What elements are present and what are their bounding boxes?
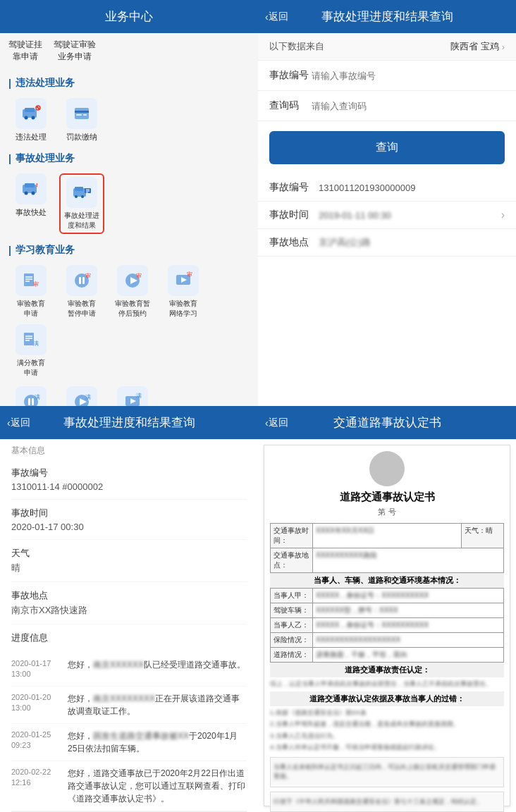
accident-quick-icon-box: ! [16,173,47,204]
progress-section: 2020-01-1713:00 您好，南京XXXXXX队已经受理道路交通事故。 … [11,653,247,811]
accident-time-detail-label: 事故时间 [11,507,247,519]
cert-basis-text2: 2.当事人甲驾车超速，违反交通法规，是造成本次事故的直接原因。 [270,720,504,730]
icon-item-review-edu-pause[interactable]: 审 审验教育暂停申请 [59,265,104,319]
svg-rect-44 [28,398,30,405]
result-accident-time-label: 事故时间 [269,209,319,221]
cert-rights-text: 当事人在未收到本认定书之日起三日内，可以向上级公安机关交通管理部门申请复核。 [274,763,500,782]
cert-stamp-seal [369,451,405,486]
place-detail-value: 南京市XX路快速路 [11,604,247,617]
certificate-document: 道路交通事故认定书 第 号 交通事故时间： XXXX年XX月XX日 天气：晴 交… [264,445,510,806]
query-code-input[interactable] [312,101,505,111]
svg-point-17 [75,195,78,198]
fine-payment-icon [72,104,92,123]
full-score-resume-icon-box: 满 [66,386,97,406]
icon-item-accident-progress[interactable]: 事故处理进度和结果 [59,173,104,234]
cert-conclusion-section-title: 道路交通事故责任认定： [270,663,504,677]
svg-text:满: 满 [85,394,91,400]
progress-item-0: 2020-01-1713:00 您好，南京XXXXXX队已经受理道路交通事故。 [11,653,247,687]
icon-item-full-score-online[interactable]: 满 满分教育网络学习 [110,386,155,406]
full-score-online-icon: 满 [123,392,142,406]
panel2-back-button[interactable]: ‹ 返回 [265,11,288,23]
section-violation-title: 违法处理业务 [8,71,250,94]
svg-text:满: 满 [136,393,142,399]
education-icon-row1: 审 审验教育申请 审 审验教育暂停申请 [8,261,250,382]
review-edu-online-label: 审验教育网络学习 [169,299,197,319]
review-edu-online-icon: 审 [173,271,193,290]
progress-time-1: 2020-01-2013:00 [11,692,68,718]
panel3-back-button[interactable]: ‹ 返回 [7,417,30,429]
top-item-license-review[interactable]: 驾驶证审验 业务申请 [54,39,96,63]
accident-query-panel-bottom: ‹ 返回 事故处理进度和结果查询 基本信息 事故编号 1310011·14 #0… [0,406,258,812]
cert-weather-label: 天气：晴 [462,524,504,548]
cert-basis-text3: 3.当事人乙无违法行为。 [270,732,504,742]
svg-text:审: 审 [187,271,192,278]
accident-quick-icon: ! [21,179,41,199]
svg-point-13 [32,191,35,195]
icon-item-review-edu[interactable]: 审 审验教育申请 [8,265,54,319]
traffic-accident-cert-panel: ‹ 返回 交通道路事故认定书 道路交通事故认定书 第 号 交通事故时间： XXX… [258,406,516,812]
icon-item-full-score-resume[interactable]: 满 满分教育暂停后预约 [59,386,104,406]
result-accident-place-label: 事故地点 [269,236,319,249]
icon-item-accident-quick[interactable]: ! 事故快处 [8,173,54,234]
accident-no-input[interactable] [312,70,505,81]
cert-appeal-section: 行使于《中华人民共和国道路交通安全法》第七十三条之规定，特此认定。 [270,792,504,813]
full-score-edu-icon-box: 满 [16,324,47,355]
panel1-title: 业务中心 [105,8,153,25]
location-chevron-icon: › [502,42,505,52]
review-edu-icon: 审 [21,271,41,290]
cert-car1-value: XXXXXX型，牌号：XXXX [313,603,504,618]
icon-item-fine-payment[interactable]: 罚款缴纳 [59,98,104,142]
icon-item-review-edu-online[interactable]: 审 审验教育网络学习 [161,265,206,319]
cert-basis-text4: 4.当事人对本认定书不服，可依法申请复核或提起行政诉讼。 [270,743,504,753]
panel4-back-button[interactable]: ‹ 返回 [265,417,288,429]
accident-progress-icon-box [66,177,97,208]
accident-time-detail-value: 2020-01-17 00:30 [11,522,247,532]
progress-text-3: 您好，道路交通事故已于2020年2月22日作出道路交通事故认定，您可以通过互联网… [68,767,247,805]
accident-no-detail-label: 事故编号 [11,467,247,479]
location-info: 陕西省 宝鸡 › [450,40,505,53]
cert-place-value: XXXXXXXXXX路段 [313,548,504,573]
panel3-content: 基本信息 事故编号 1310011·14 #0000002 事故时间 2020-… [0,439,258,812]
panel4-title: 交通道路事故认定书 [333,414,441,431]
cert-main-title: 道路交通事故认定书 [270,491,504,504]
cert-basic-info-table: 交通事故时间： XXXX年XX月XX日 天气：晴 交通事故地点： XXXXXXX… [270,523,504,573]
progress-text-0: 您好，南京XXXXXX队已经受理道路交通事故。 [68,658,247,680]
section-education-title: 学习教育业务 [8,238,250,261]
icon-item-full-score-edu[interactable]: 满 满分教育申请 [8,324,54,378]
violation-handle-icon-box [16,98,47,129]
icon-item-full-score-pause[interactable]: 满 满分教育暂停申请 [8,386,54,406]
cert-conclusion-text: 综上，认定当事人甲承担此次事故的全部责任，当事人乙不承担此次事故责任。 [270,679,504,689]
result-accident-time-row[interactable]: 事故时间 2019-01-11 00:30 › [258,202,516,229]
fine-payment-label: 罚款缴纳 [66,132,97,142]
progress-item-1: 2020-01-2013:00 您好，南京XXXXXXXX正在开展该道路交通事故… [11,687,247,724]
accident-time-detail-row: 事故时间 2020-01-17 00:30 [11,500,247,540]
accident-no-detail-value: 1310011·14 #0000002 [11,481,247,492]
review-edu-icon-box: 审 [16,265,47,296]
cert-time-value: XXXX年XX月XX日 [313,524,462,548]
svg-text:审: 审 [85,273,91,279]
cert-sub-title: 第 号 [270,507,504,517]
icon-item-violation-handle[interactable]: 违法处理 [8,98,54,142]
panel2-header: ‹ 返回 事故处理进度和结果查询 [258,0,516,33]
progress-item-2: 2020-01-2509:23 您好，因发生道路交通事故被XX于2020年1月2… [11,724,247,761]
svg-line-4 [37,106,39,109]
cert-party2-label: 当事人乙： [271,618,313,633]
svg-rect-8 [76,114,82,116]
icon-item-review-edu-resume[interactable]: 审 审验教育暂停后预约 [110,265,155,319]
query-button[interactable]: 查询 [269,131,505,164]
result-accident-no-row[interactable]: 事故编号 1310011201930000009 [258,174,516,202]
place-detail-row: 事故地点 南京市XX路快速路 [11,582,247,625]
car-violation-icon [21,104,41,123]
panel4-content: 道路交通事故认定书 第 号 交通事故时间： XXXX年XX月XX日 天气：晴 交… [258,439,516,812]
panel1-header: 业务中心 [0,0,258,33]
panel4-back-label: 返回 [269,417,288,429]
panel2-title: 事故处理进度和结果查询 [321,8,453,25]
svg-point-12 [25,191,28,195]
svg-point-2 [25,116,28,119]
top-item-license-hang[interactable]: 驾驶证挂 靠申请 [8,39,42,63]
result-accident-place-row: 事故地点 京沪高(公)路 [258,229,516,257]
cert-party1-label: 当事人甲： [271,589,313,603]
progress-time-2: 2020-01-2509:23 [11,730,68,755]
panel2-content: 以下数据来自 陕西省 宝鸡 › 事故编号 查询码 查询 事故编号 1310011… [258,33,516,406]
svg-rect-6 [75,108,89,119]
